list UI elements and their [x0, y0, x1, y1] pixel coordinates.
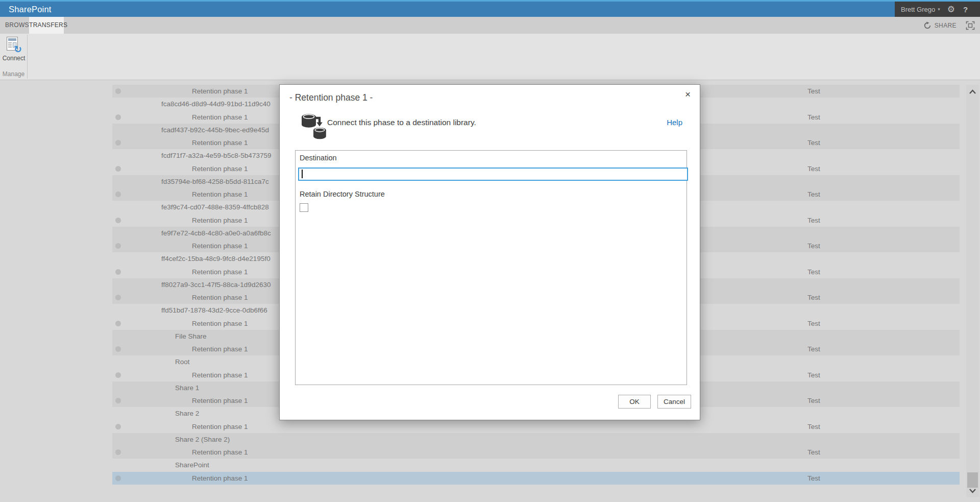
status-bullet-icon [115, 321, 121, 326]
sharepoint-logo-text: SharePoint [9, 2, 52, 17]
row-value: Test [807, 472, 820, 485]
row-label: Retention phase 1 [192, 317, 248, 330]
row-value: Test [807, 214, 820, 227]
ribbon-content: ↻ Connect Manage [0, 34, 980, 80]
row-label: Share 1 [175, 381, 199, 394]
row-label: fca8cd46-d8d9-44d9-91bd-11d9c40 [161, 98, 271, 110]
user-name: Brett Grego [901, 6, 935, 13]
dialog-title: - Retention phase 1 - [289, 92, 373, 103]
vertical-scrollbar[interactable] [966, 85, 979, 497]
row-value: Test [807, 188, 820, 201]
status-bullet-icon [115, 424, 121, 429]
destination-input[interactable] [298, 168, 688, 181]
focus-on-content-button[interactable] [966, 21, 975, 30]
cancel-button[interactable]: Cancel [657, 395, 691, 409]
row-value: Test [807, 446, 820, 459]
share-label: SHARE [935, 22, 957, 29]
close-icon[interactable]: × [682, 88, 694, 101]
connect-label: Connect [2, 55, 26, 62]
row-label: Share 2 (Share 2) [175, 433, 230, 446]
database-transfer-icon [300, 111, 328, 141]
row-label: fe3f9c74-cd07-488e-8359-4ffcb828 [161, 201, 269, 213]
ribbon-group-label: Manage [0, 70, 27, 78]
tab-browse[interactable]: BROWSE [5, 17, 30, 34]
row-label: Retention phase 1 [192, 136, 248, 149]
chevron-down-icon: ▾ [938, 7, 940, 12]
row-value: Test [807, 291, 820, 304]
row-label: Retention phase 1 [192, 369, 248, 381]
help-icon[interactable]: ? [963, 5, 968, 14]
retention-phase-dialog: × - Retention phase 1 - Connect this pha… [279, 84, 700, 420]
status-bullet-icon [115, 114, 121, 120]
status-bullet-icon [115, 372, 121, 378]
table-row[interactable]: Retention phase 1Test [112, 472, 960, 485]
gear-icon[interactable]: ⚙ [947, 5, 955, 14]
row-label: Retention phase 1 [192, 85, 248, 98]
retain-directory-structure-label: Retain Directory Structure [300, 190, 385, 198]
destination-label: Destination [300, 154, 337, 162]
table-row[interactable]: Retention phase 1Test [112, 420, 960, 433]
row-label: fcdf71f7-a32a-4e59-b5c8-5b473759 [161, 149, 271, 162]
row-label: SharePoint [175, 459, 209, 471]
row-label: Retention phase 1 [192, 266, 248, 278]
row-label: fd35794e-bf68-4258-b5dd-811ca7c [161, 175, 269, 188]
row-value: Test [807, 162, 820, 175]
row-value: Test [807, 136, 820, 149]
row-label: Retention phase 1 [192, 420, 248, 433]
text-caret [302, 170, 303, 178]
table-row[interactable]: SharePoint [112, 459, 960, 471]
dialog-message: Connect this phase to a destination libr… [327, 118, 476, 127]
scroll-up-icon[interactable] [968, 88, 977, 97]
destination-panel: Destination Retain Directory Structure [295, 150, 687, 385]
status-bullet-icon [115, 269, 121, 275]
suitebar-right-section: Brett Grego ▾ ⚙ ? [895, 2, 980, 17]
svg-text:↻: ↻ [14, 43, 22, 54]
row-label: Retention phase 1 [192, 240, 248, 252]
status-bullet-icon [115, 295, 121, 300]
row-value: Test [807, 85, 820, 98]
row-label: fe9f7e72-4cb8-4c80-a0e0-a0a6fb8c [161, 227, 271, 240]
row-label: ff8027a9-3cc1-47f5-88ca-1d9d2630 [161, 278, 271, 291]
row-label: Retention phase 1 [192, 162, 248, 175]
focus-brackets-icon [966, 21, 975, 30]
tab-transfers[interactable]: TRANSFERS [29, 17, 64, 34]
suite-bar: SharePoint Brett Grego ▾ ⚙ ? [0, 2, 980, 17]
status-bullet-icon [115, 449, 121, 455]
help-link[interactable]: Help [667, 118, 682, 127]
share-circle-icon [923, 21, 932, 30]
ok-button[interactable]: OK [618, 395, 651, 409]
retain-directory-structure-checkbox[interactable] [300, 203, 308, 212]
row-label: Retention phase 1 [192, 214, 248, 227]
user-menu[interactable]: Brett Grego ▾ [901, 6, 940, 13]
table-row[interactable]: Share 2 (Share 2) [112, 433, 960, 446]
row-value: Test [807, 369, 820, 381]
status-bullet-icon [115, 398, 121, 403]
row-value: Test [807, 394, 820, 407]
share-button[interactable]: SHARE [923, 21, 957, 30]
row-value: Test [807, 240, 820, 252]
row-label: File Share [175, 330, 207, 343]
row-label: Retention phase 1 [192, 343, 248, 355]
row-label: Retention phase 1 [192, 446, 248, 459]
row-label: Retention phase 1 [192, 188, 248, 201]
connect-button[interactable]: ↻ Connect [2, 36, 26, 65]
row-label: ffd51bd7-1878-43d2-9cce-0db6f66 [161, 304, 267, 317]
ribbon-group-divider [27, 35, 28, 79]
scrollbar-thumb[interactable] [967, 472, 978, 488]
status-bullet-icon [115, 88, 121, 94]
row-value: Test [807, 111, 820, 124]
status-bullet-icon [115, 166, 121, 172]
row-label: Retention phase 1 [192, 111, 248, 124]
row-value: Test [807, 420, 820, 433]
row-label: Retention phase 1 [192, 394, 248, 407]
status-bullet-icon [115, 243, 121, 249]
status-bullet-icon [115, 192, 121, 197]
status-bullet-icon [115, 346, 121, 352]
row-label: Share 2 [175, 407, 199, 420]
scroll-down-icon[interactable] [968, 486, 977, 495]
table-row[interactable]: Retention phase 1Test [112, 446, 960, 459]
status-bullet-icon [115, 140, 121, 146]
row-label: Root [175, 355, 190, 368]
row-value: Test [807, 266, 820, 278]
connect-sync-icon: ↻ [5, 36, 22, 54]
